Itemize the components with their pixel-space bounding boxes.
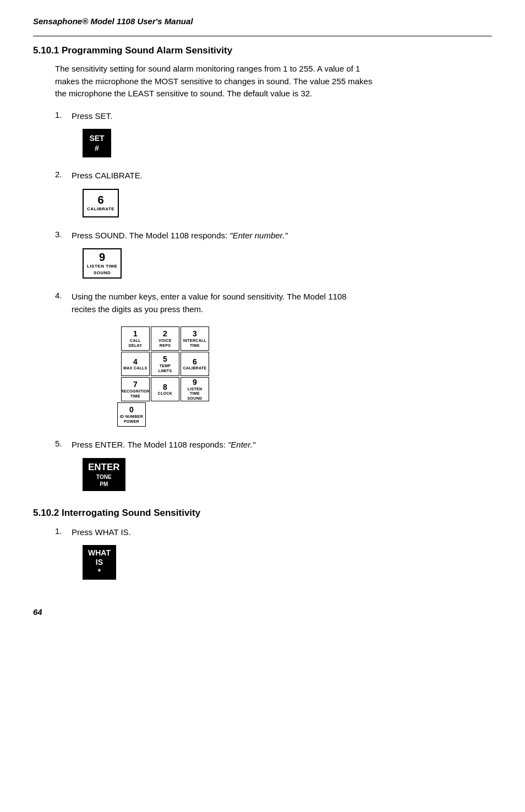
step-1-text: Press SET. [72, 109, 358, 123]
step-5: 5. Press ENTER. The Model 1108 responds:… [55, 438, 492, 491]
page-number: 64 [33, 607, 492, 617]
set-button-img: SET # [83, 129, 492, 157]
step-2-1-num: 1. [55, 525, 72, 536]
step-2: 2. Press CALIBRATE. 6 CALIBRATE [55, 168, 492, 217]
calibrate-button-img: 6 CALIBRATE [83, 189, 492, 217]
step-4-text: Using the number keys, enter a value for… [72, 290, 358, 315]
key-6: 6 CALIBRATE [181, 352, 209, 376]
steps-2-container: 1. Press WHAT IS. WHAT IS * [55, 525, 492, 580]
sound-key-label2: SOUND [94, 270, 111, 276]
step-1: 1. Press SET. SET # [55, 109, 492, 158]
step-3-num: 3. [55, 228, 72, 239]
step-2-1: 1. Press WHAT IS. WHAT IS * [55, 525, 492, 580]
step-4: 4. Using the number keys, enter a value … [55, 290, 492, 427]
key-4: 4 MAX CALLS [121, 352, 150, 376]
enter-button-img: ENTER TONE PM [83, 458, 492, 491]
step-2-num: 2. [55, 168, 72, 179]
step-4-num: 4. [55, 290, 72, 300]
step-2-text: Press CALIBRATE. [72, 168, 358, 182]
keypad-grid: 1 CALLDELAY 2 VOICEREPS 3 INTERCALLTIME … [121, 326, 209, 401]
steps-container: 1. Press SET. SET # 2. Press CALIBRATE. … [55, 109, 492, 491]
whatis-key-line2: IS [96, 558, 103, 567]
step-2-1-text: Press WHAT IS. [72, 525, 358, 539]
calibrate-key-num: 6 [98, 194, 104, 205]
step-5-text: Press ENTER. The Model 1108 responds: "E… [72, 438, 358, 451]
key-8: 8 CLOCK [151, 377, 179, 401]
section-1-heading: 5.10.1 Programming Sound Alarm Sensitivi… [33, 45, 492, 56]
key-9: 9 LISTEN TIMESOUND [181, 377, 209, 401]
keypad-img: 1 CALLDELAY 2 VOICEREPS 3 INTERCALLTIME … [88, 323, 492, 427]
whatis-key: WHAT IS * [83, 545, 116, 579]
calibrate-key-label: CALIBRATE [87, 206, 114, 212]
whatis-key-line1: WHAT [88, 548, 111, 558]
header-divider [33, 36, 492, 36]
set-key-main: SET [89, 133, 104, 143]
whatis-button-img: WHAT IS * [83, 545, 492, 579]
key-2: 2 VOICEREPS [151, 326, 179, 351]
step-1-num: 1. [55, 109, 72, 119]
section-2-heading: 5.10.2 Interrogating Sound Sensitivity [33, 508, 492, 519]
step-5-num: 5. [55, 438, 72, 448]
key-7: 7 RECOGNITIONTIME [121, 377, 150, 401]
key-5: 5 TEMP LIMITS [151, 352, 179, 376]
section-1-intro: The sensitivity setting for sound alarm … [55, 63, 374, 100]
header-title: Sensaphone® Model 1108 User's Manual [33, 17, 492, 26]
sound-key-label1: LISTEN TIME [87, 264, 117, 269]
step-3: 3. Press SOUND. The Model 1108 responds:… [55, 228, 492, 279]
enter-key-line2: TONE [96, 473, 112, 481]
sound-key-num: 9 [99, 252, 105, 263]
enter-key: ENTER TONE PM [83, 458, 125, 491]
key-0: 0 ID NUMBERPOWER [117, 402, 146, 427]
step-3-text: Press SOUND. The Model 1108 responds: "E… [72, 228, 358, 242]
sound-key: 9 LISTEN TIME SOUND [83, 248, 122, 279]
calibrate-key: 6 CALIBRATE [83, 189, 119, 217]
enter-key-line1: ENTER [88, 461, 120, 473]
enter-key-line3: PM [100, 481, 108, 488]
key-3: 3 INTERCALLTIME [181, 326, 209, 351]
whatis-key-line3: * [98, 567, 101, 576]
sound-button-img: 9 LISTEN TIME SOUND [83, 248, 492, 279]
key-1: 1 CALLDELAY [121, 326, 150, 351]
set-key-sub: # [95, 143, 99, 153]
set-key: SET # [83, 129, 111, 157]
